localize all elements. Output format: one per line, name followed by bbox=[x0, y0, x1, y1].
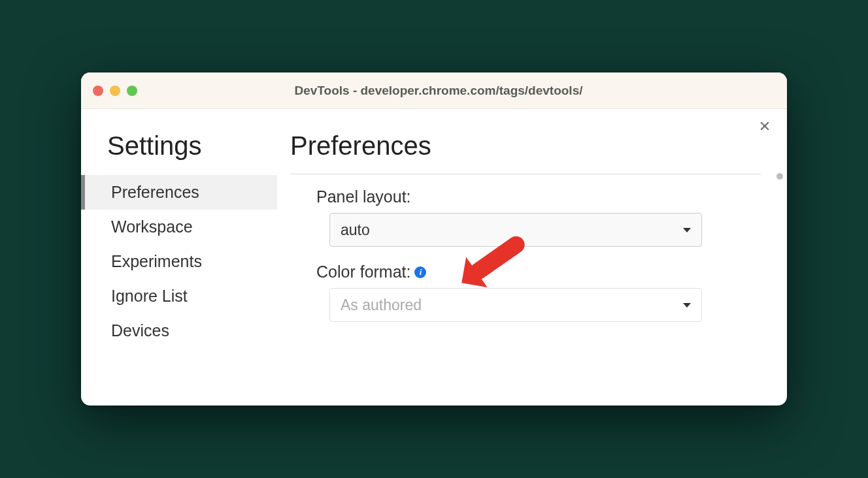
window-title: DevTools - developer.chrome.com/tags/dev… bbox=[102, 84, 775, 98]
sidebar-heading: Settings bbox=[81, 131, 277, 175]
sidebar-item-experiments[interactable]: Experiments bbox=[81, 244, 277, 279]
info-icon[interactable]: i bbox=[414, 266, 426, 278]
sidebar-item-workspace[interactable]: Workspace bbox=[81, 210, 277, 244]
sidebar-item-label: Experiments bbox=[111, 252, 202, 270]
color-format-value: As authored bbox=[341, 296, 422, 314]
sidebar-item-label: Ignore List bbox=[111, 287, 188, 305]
color-format-label-text: Color format: bbox=[316, 263, 410, 281]
sidebar-item-preferences[interactable]: Preferences bbox=[81, 175, 277, 210]
panel-layout-value: auto bbox=[341, 221, 370, 239]
panel-layout-label: Panel layout: bbox=[316, 187, 741, 206]
sidebar-item-label: Devices bbox=[111, 321, 169, 340]
sidebar-item-label: Preferences bbox=[111, 183, 199, 201]
settings-sidebar: Settings Preferences Workspace Experimen… bbox=[81, 109, 277, 406]
chevron-down-icon bbox=[683, 228, 691, 232]
sidebar-item-ignore-list[interactable]: Ignore List bbox=[81, 279, 277, 313]
devtools-settings-window: DevTools - developer.chrome.com/tags/dev… bbox=[81, 72, 787, 406]
preferences-panel: Preferences Panel layout: auto Color for… bbox=[277, 109, 787, 406]
preferences-heading: Preferences bbox=[290, 131, 761, 174]
panel-layout-label-text: Panel layout: bbox=[316, 187, 411, 206]
chevron-down-icon bbox=[683, 303, 691, 308]
titlebar: DevTools - developer.chrome.com/tags/dev… bbox=[81, 72, 787, 109]
settings-content: Settings Preferences Workspace Experimen… bbox=[81, 109, 787, 406]
panel-layout-select[interactable]: auto bbox=[329, 213, 702, 247]
sidebar-item-devices[interactable]: Devices bbox=[81, 313, 277, 348]
preferences-body: Panel layout: auto Color format: i As au… bbox=[290, 174, 761, 396]
color-format-select: As authored bbox=[329, 288, 702, 322]
color-format-label: Color format: i bbox=[316, 263, 741, 281]
sidebar-item-label: Workspace bbox=[111, 217, 193, 236]
scrollbar-thumb[interactable] bbox=[776, 173, 783, 180]
